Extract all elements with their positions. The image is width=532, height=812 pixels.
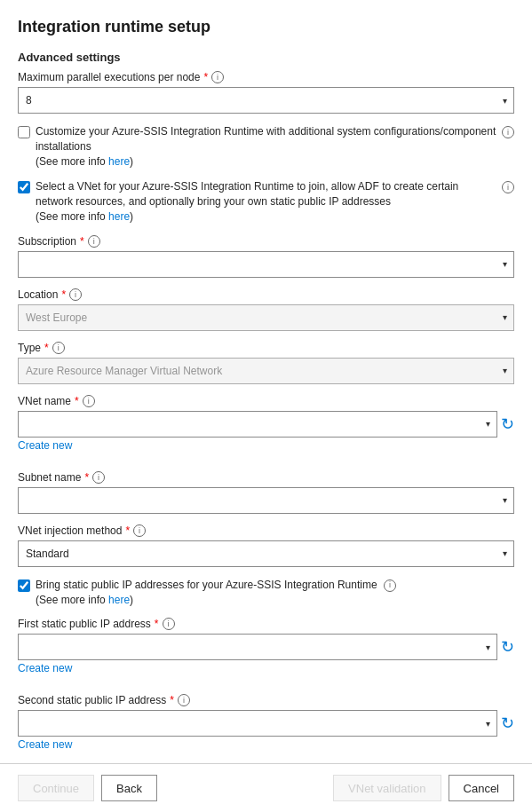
second-static-ip-select-with-refresh: ▾ ↻ (18, 710, 514, 737)
vnet-validation-button[interactable]: VNet validation (333, 775, 441, 801)
second-static-ip-refresh-button[interactable]: ↻ (501, 713, 514, 733)
vnet-name-label: VNet name * i (18, 395, 514, 407)
vnet-name-field: VNet name * i ▾ ↻ Create new (18, 395, 514, 461)
second-static-ip-select-wrapper: ▾ (18, 710, 497, 737)
max-parallel-select-wrapper: 8 ▾ (18, 87, 514, 114)
static-ip-checkbox-row: Bring static public IP addresses for you… (18, 578, 514, 608)
customize-checkbox[interactable] (18, 126, 30, 138)
first-static-ip-refresh-button[interactable]: ↻ (501, 637, 514, 657)
vnet-injection-field: VNet injection method * i Standard ▾ (18, 524, 514, 567)
subnet-name-field: Subnet name * i ▾ (18, 471, 514, 514)
vnet-checkbox-info-icon[interactable]: i (502, 181, 514, 193)
location-select[interactable]: West Europe (18, 304, 514, 331)
max-parallel-field: Maximum parallel executions per node * i… (18, 71, 514, 114)
subscription-field: Subscription * i ▾ (18, 235, 514, 278)
continue-button[interactable]: Continue (18, 775, 94, 801)
vnet-name-refresh-button[interactable]: ↻ (501, 414, 514, 434)
customize-here-link[interactable]: here (108, 155, 130, 168)
create-new-second-link[interactable]: Create new (18, 738, 72, 751)
first-static-ip-select[interactable] (18, 634, 497, 660)
vnet-injection-info-icon[interactable]: i (133, 524, 146, 537)
footer: Continue Back VNet validation Cancel (0, 763, 532, 812)
second-static-ip-info-icon[interactable]: i (178, 694, 190, 706)
static-ip-checkbox[interactable] (18, 579, 30, 592)
max-parallel-info-icon[interactable]: i (211, 71, 224, 83)
type-select[interactable]: Azure Resource Manager Virtual Network (18, 358, 514, 384)
subscription-info-icon[interactable]: i (88, 235, 100, 248)
type-select-wrapper: Azure Resource Manager Virtual Network ▾ (18, 358, 514, 384)
second-static-ip-field: Second static public IP address * i ▾ ↻ … (18, 694, 514, 760)
vnet-injection-label: VNet injection method * i (18, 524, 514, 537)
customize-info-icon[interactable]: i (502, 126, 514, 138)
vnet-name-info-icon[interactable]: i (83, 395, 95, 407)
subnet-name-select[interactable] (18, 487, 514, 514)
first-static-ip-field: First static public IP address * i ▾ ↻ C… (18, 618, 514, 683)
location-field: Location * i West Europe ▾ (18, 288, 514, 331)
type-label: Type * i (18, 342, 514, 354)
static-ip-here-link[interactable]: here (108, 594, 130, 606)
vnet-name-select-with-refresh: ▾ ↻ (18, 411, 514, 438)
back-button[interactable]: Back (101, 775, 157, 801)
subnet-name-info-icon[interactable]: i (92, 471, 105, 484)
location-label: Location * i (18, 288, 514, 301)
page-title: Integration runtime setup (18, 18, 514, 36)
subnet-name-select-wrapper: ▾ (18, 487, 514, 514)
cancel-button[interactable]: Cancel (449, 775, 514, 801)
first-static-ip-select-with-refresh: ▾ ↻ (18, 634, 514, 660)
first-static-ip-select-wrapper: ▾ (18, 634, 497, 660)
vnet-checkbox-row: Select a VNet for your Azure-SSIS Integr… (18, 179, 514, 224)
vnet-name-select-wrapper: ▾ (18, 411, 497, 438)
type-field: Type * i Azure Resource Manager Virtual … (18, 342, 514, 384)
second-static-ip-label: Second static public IP address * i (18, 694, 514, 706)
subnet-name-label: Subnet name * i (18, 471, 514, 484)
create-new-vnet-link[interactable]: Create new (18, 439, 72, 452)
max-parallel-select[interactable]: 8 (18, 87, 514, 114)
customize-checkbox-row: Customize your Azure-SSIS Integration Ru… (18, 124, 514, 169)
static-ip-info-icon[interactable]: i (384, 579, 396, 592)
location-info-icon[interactable]: i (69, 288, 82, 301)
vnet-name-select[interactable] (18, 411, 497, 438)
first-static-ip-info-icon[interactable]: i (163, 618, 175, 630)
type-info-icon[interactable]: i (52, 342, 65, 354)
subscription-select[interactable] (18, 251, 514, 278)
vnet-injection-select-wrapper: Standard ▾ (18, 540, 514, 567)
subscription-label: Subscription * i (18, 235, 514, 248)
first-static-ip-label: First static public IP address * i (18, 618, 514, 630)
subscription-select-wrapper: ▾ (18, 251, 514, 278)
vnet-injection-select[interactable]: Standard (18, 540, 514, 567)
create-new-first-link[interactable]: Create new (18, 662, 72, 674)
advanced-settings-label: Advanced settings (18, 51, 514, 64)
location-select-wrapper: West Europe ▾ (18, 304, 514, 331)
second-static-ip-select[interactable] (18, 710, 497, 737)
max-parallel-label: Maximum parallel executions per node * i (18, 71, 514, 83)
vnet-here-link[interactable]: here (108, 210, 130, 223)
vnet-checkbox[interactable] (18, 181, 30, 193)
